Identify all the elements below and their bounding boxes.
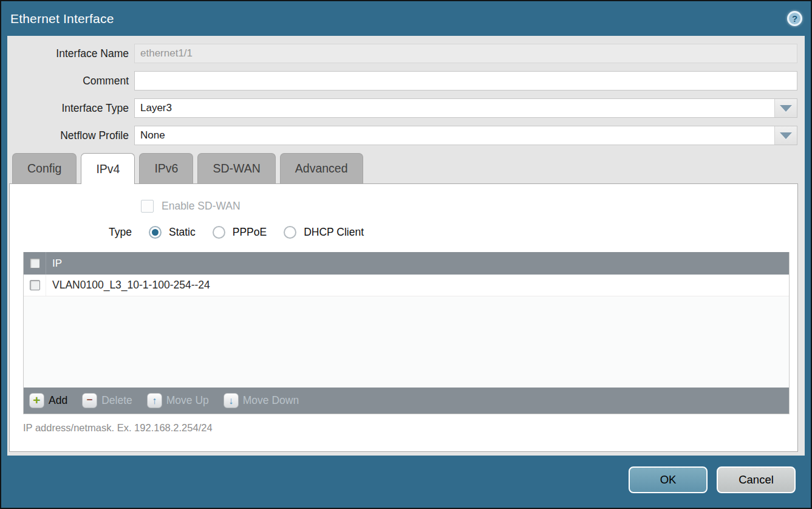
ip-row-value: VLAN0100_L3_10-1-100-254--24 <box>46 275 210 296</box>
radio-pppoe-label: PPPoE <box>233 226 267 239</box>
ipv4-tab-panel: Enable SD-WAN Type Static PPPoE DHCP Cli… <box>9 183 798 452</box>
delete-button[interactable]: − Delete <box>82 393 132 408</box>
form-row-interface-name: Interface Name <box>7 44 797 63</box>
help-icon[interactable]: ? <box>787 11 802 26</box>
arrow-down-icon: ↓ <box>223 393 239 408</box>
dialog-title: Ethernet Interface <box>10 12 114 26</box>
table-row[interactable]: VLAN0100_L3_10-1-100-254--24 <box>24 275 789 296</box>
netflow-profile-select[interactable]: None <box>134 126 797 145</box>
table-toolbar: + Add − Delete ↑ Move Up <box>24 388 789 414</box>
enable-sdwan-row: Enable SD-WAN <box>10 184 797 213</box>
ip-netmask-hint: IP address/netmask. Ex. 192.168.2.254/24 <box>23 422 797 434</box>
tab-ipv4[interactable]: IPv4 <box>81 153 135 184</box>
ip-table-header: IP <box>24 252 789 275</box>
radio-static[interactable]: Static <box>132 226 196 239</box>
type-radio-row: Type Static PPPoE DHCP Client <box>10 226 797 239</box>
radio-button-icon[interactable] <box>149 226 162 239</box>
form-row-comment: Comment <box>7 71 797 91</box>
radio-button-icon[interactable] <box>213 226 225 239</box>
cancel-button[interactable]: Cancel <box>717 466 796 493</box>
interface-type-dropdown-button[interactable] <box>774 99 797 117</box>
minus-icon: − <box>82 393 97 408</box>
move-up-button[interactable]: ↑ Move Up <box>147 393 209 408</box>
comment-field[interactable] <box>134 71 797 91</box>
interface-type-label: Interface Type <box>7 102 129 115</box>
comment-label: Comment <box>7 75 129 87</box>
select-all-checkbox[interactable] <box>30 258 40 268</box>
tab-advanced[interactable]: Advanced <box>280 153 363 183</box>
table-empty-area <box>24 296 789 388</box>
add-button[interactable]: + Add <box>29 393 67 408</box>
ip-table: IP VLAN0100_L3_10-1-100-254--24 + Add <box>23 252 790 414</box>
tab-sdwan[interactable]: SD-WAN <box>197 153 275 183</box>
dialog-footer: OK Cancel <box>1 456 811 508</box>
radio-pppoe[interactable]: PPPoE <box>196 226 267 239</box>
interface-name-label: Interface Name <box>7 47 129 60</box>
tab-bar: Config IPv4 IPv6 SD-WAN Advanced <box>12 153 805 183</box>
form-row-netflow-profile: Netflow Profile None <box>7 126 797 145</box>
plus-icon: + <box>29 393 44 408</box>
ok-button[interactable]: OK <box>629 466 708 493</box>
enable-sdwan-checkbox <box>141 200 154 213</box>
move-down-button[interactable]: ↓ Move Down <box>223 393 299 408</box>
tab-config[interactable]: Config <box>12 153 77 183</box>
chevron-down-icon <box>780 132 792 139</box>
radio-dhcp-client[interactable]: DHCP Client <box>267 226 364 239</box>
tab-ipv6[interactable]: IPv6 <box>139 153 193 183</box>
interface-type-select[interactable]: Layer3 <box>134 98 797 118</box>
radio-dhcp-client-label: DHCP Client <box>304 226 364 239</box>
titlebar: Ethernet Interface ? <box>1 1 811 36</box>
ip-column-header: IP <box>46 252 62 275</box>
ethernet-interface-dialog: Ethernet Interface ? Interface Name Comm… <box>0 0 812 509</box>
radio-button-icon[interactable] <box>284 226 296 239</box>
form-row-interface-type: Interface Type Layer3 <box>7 98 797 118</box>
netflow-profile-label: Netflow Profile <box>7 129 129 142</box>
type-label: Type <box>109 226 132 239</box>
arrow-up-icon: ↑ <box>147 393 162 408</box>
dialog-content: Interface Name Comment Interface Type La… <box>7 36 805 456</box>
row-checkbox[interactable] <box>30 280 40 290</box>
interface-name-field <box>134 44 797 63</box>
netflow-profile-dropdown-button[interactable] <box>774 126 797 145</box>
chevron-down-icon <box>780 105 792 112</box>
radio-static-label: Static <box>169 226 196 239</box>
enable-sdwan-label: Enable SD-WAN <box>162 200 241 213</box>
